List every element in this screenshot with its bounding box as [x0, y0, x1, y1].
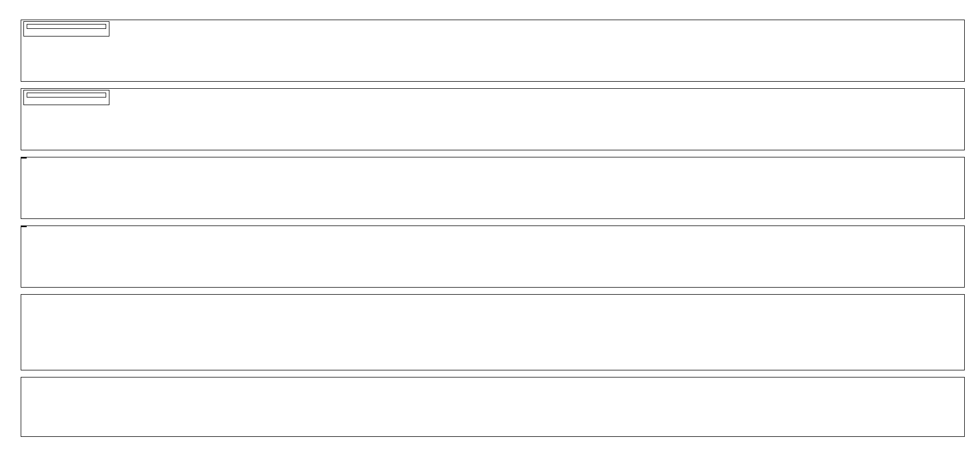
panel-mean-absi: [21, 157, 965, 219]
u-legend: [23, 21, 109, 36]
v-legend: [23, 90, 109, 105]
mean-absi-label-box: [21, 157, 27, 159]
panel-depth-variation: [21, 294, 965, 370]
u-colorbar-ticks: [27, 29, 106, 35]
panel-std-absi: [21, 226, 965, 288]
panel-v-velocity: [21, 88, 965, 150]
v-colorbar: [27, 93, 106, 98]
v-colorbar-ticks: [27, 98, 106, 103]
std-absi-heatmap: [21, 226, 964, 287]
panel-u-velocity: [21, 20, 965, 82]
panel-temperature: [21, 377, 965, 437]
figure: [0, 0, 980, 463]
depth-variation-plot: [21, 295, 964, 370]
u-velocity-heatmap: [21, 20, 964, 81]
mean-absi-heatmap: [21, 157, 964, 218]
temperature-plot: [21, 377, 964, 436]
std-absi-label-box: [21, 226, 27, 227]
v-velocity-heatmap: [21, 89, 964, 150]
u-colorbar: [27, 24, 106, 29]
